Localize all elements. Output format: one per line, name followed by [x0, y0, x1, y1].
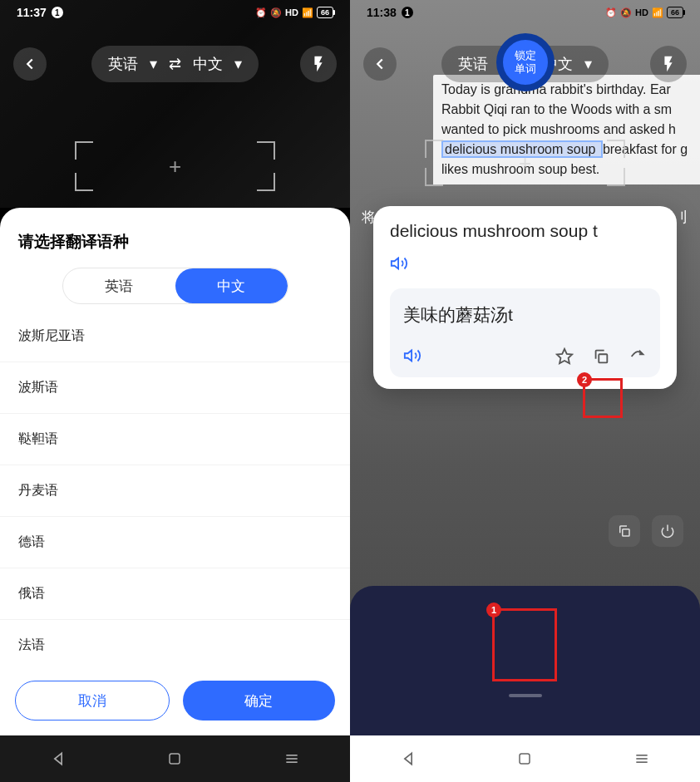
crop-frame[interactable]: + — [425, 140, 625, 186]
svg-marker-6 — [557, 348, 572, 362]
back-button[interactable] — [13, 47, 47, 81]
list-item[interactable]: 鞑靼语 — [0, 414, 350, 465]
float-copy-button[interactable] — [609, 515, 640, 547]
language-sheet: 请选择翻译语种 英语 中文 波斯尼亚语 波斯语 鞑靼语 丹麦语 德语 俄语 法语… — [0, 208, 350, 735]
annotation-callout-2: 2 — [583, 378, 623, 418]
copy-icon — [592, 347, 610, 366]
sheet-actions: 取消 确定 — [0, 669, 350, 735]
language-bar: 英语 ▾ ⇄ 中文 ▾ — [0, 46, 350, 82]
mute-icon: 🔕 — [270, 7, 282, 18]
source-language: 英语 — [108, 54, 138, 74]
system-nav-bar — [350, 735, 700, 782]
annotation-callout-1: 1 — [492, 608, 557, 681]
menu-icon — [633, 750, 650, 767]
alarm-icon: ⏰ — [605, 7, 617, 18]
square-home-icon — [517, 751, 532, 766]
segment-english[interactable]: 英语 — [63, 268, 175, 303]
copy-button[interactable] — [592, 347, 610, 369]
svg-rect-10 — [520, 754, 530, 764]
square-home-icon — [167, 751, 182, 766]
confirm-button[interactable]: 确定 — [183, 681, 336, 721]
chevron-left-icon — [371, 55, 389, 73]
triangle-back-icon — [400, 750, 417, 767]
svg-marker-4 — [392, 258, 398, 269]
chevron-down-icon: ▾ — [584, 55, 592, 73]
chevron-left-icon — [21, 55, 39, 73]
list-item[interactable]: 俄语 — [0, 568, 350, 620]
translation-result-box: 美味的蘑菇汤t — [390, 288, 660, 377]
annotation-badge: 2 — [577, 372, 592, 387]
language-list[interactable]: 波斯尼亚语 波斯语 鞑靼语 丹麦语 德语 俄语 法语 — [0, 311, 350, 669]
battery-icon: 66 — [667, 7, 683, 18]
list-item[interactable]: 德语 — [0, 517, 350, 568]
status-bar: 11:38 1 ⏰ 🔕 HD 📶 66 — [350, 0, 700, 25]
chevron-down-icon: ▾ — [234, 55, 242, 73]
power-icon — [660, 524, 675, 539]
speaker-icon — [403, 347, 421, 365]
flash-icon — [659, 55, 678, 73]
sheet-title: 请选择翻译语种 — [0, 231, 350, 268]
list-item[interactable]: 波斯语 — [0, 362, 350, 414]
nav-recent-button[interactable] — [625, 742, 658, 775]
speak-source-button[interactable] — [390, 254, 660, 277]
star-icon — [555, 347, 574, 366]
alarm-icon: ⏰ — [255, 7, 267, 18]
status-notification-badge: 1 — [402, 7, 413, 18]
hd-icon: HD — [285, 7, 298, 17]
plus-icon: + — [519, 150, 531, 176]
favorite-button[interactable] — [555, 347, 574, 369]
share-button[interactable] — [629, 347, 647, 369]
battery-icon: 66 — [317, 7, 333, 18]
system-nav-bar — [0, 735, 350, 782]
drag-handle[interactable] — [509, 694, 542, 697]
flash-icon — [309, 55, 328, 73]
translated-text: 美味的蘑菇汤t — [403, 303, 647, 327]
chevron-down-icon: ▾ — [150, 55, 157, 73]
floating-actions — [609, 515, 683, 547]
signal-icon: 📶 — [652, 7, 663, 18]
svg-rect-0 — [170, 754, 180, 764]
nav-back-button[interactable] — [42, 742, 75, 775]
triangle-back-icon — [50, 750, 67, 767]
flash-button[interactable] — [650, 46, 687, 82]
status-bar: 11:37 1 ⏰ 🔕 HD 📶 66 — [0, 0, 350, 25]
translation-card: delicious mushroom soup t 美味的蘑菇汤t — [373, 206, 677, 389]
language-segmented-control: 英语 中文 — [62, 268, 288, 304]
swap-icon[interactable]: ⇄ — [169, 55, 181, 73]
svg-rect-8 — [623, 529, 629, 536]
back-button[interactable] — [363, 47, 397, 81]
target-language: 中文 — [193, 54, 223, 74]
status-time: 11:37 — [17, 6, 47, 19]
flash-button[interactable] — [300, 46, 337, 82]
nav-home-button[interactable] — [508, 742, 541, 775]
float-power-button[interactable] — [652, 515, 683, 547]
list-item[interactable]: 丹麦语 — [0, 465, 350, 517]
lock-word-button[interactable]: 锁定 单词 — [496, 33, 555, 91]
hd-icon: HD — [635, 7, 648, 17]
signal-icon: 📶 — [302, 7, 313, 18]
segment-chinese[interactable]: 中文 — [175, 268, 288, 303]
copy-icon — [617, 524, 632, 539]
list-item[interactable]: 波斯尼亚语 — [0, 311, 350, 362]
plus-icon: + — [169, 154, 181, 180]
status-notification-badge: 1 — [52, 7, 63, 18]
cancel-button[interactable]: 取消 — [15, 681, 170, 721]
status-time: 11:38 — [367, 6, 397, 19]
list-item[interactable]: 法语 — [0, 620, 350, 669]
capture-label-line2: 单词 — [515, 62, 536, 76]
annotation-badge: 1 — [486, 602, 501, 617]
share-icon — [629, 347, 647, 366]
nav-recent-button[interactable] — [275, 742, 308, 775]
nav-back-button[interactable] — [392, 742, 425, 775]
speaker-icon — [390, 254, 408, 273]
source-language: 英语 — [458, 54, 488, 74]
mute-icon: 🔕 — [620, 7, 632, 18]
crop-frame[interactable]: + — [75, 141, 275, 191]
language-selector[interactable]: 英语 ▾ ⇄ 中文 ▾ — [91, 46, 259, 82]
nav-home-button[interactable] — [158, 742, 191, 775]
speak-result-button[interactable] — [403, 347, 421, 369]
menu-icon — [283, 750, 300, 767]
capture-label-line1: 锁定 — [515, 49, 536, 62]
svg-marker-5 — [405, 351, 412, 361]
source-text: delicious mushroom soup t — [390, 221, 660, 241]
